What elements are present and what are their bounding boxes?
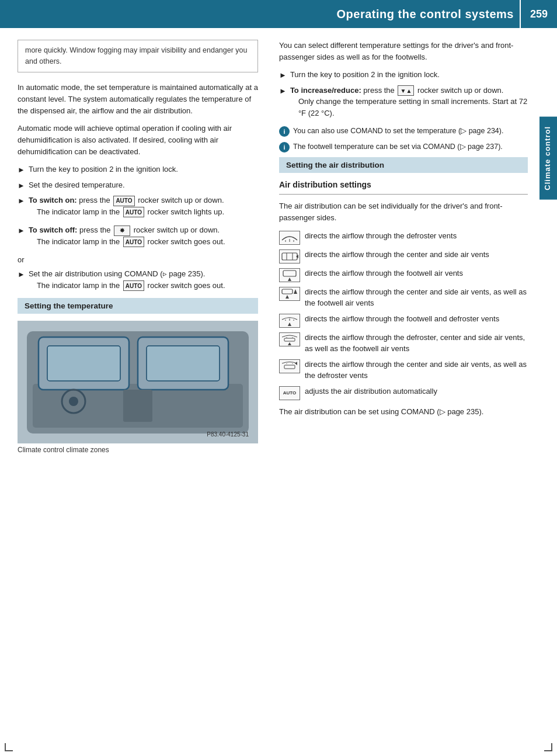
- header-bar: Operating the control systems 259: [0, 0, 557, 28]
- switch-on-bold: To switch on:: [29, 196, 77, 204]
- svg-marker-33: [295, 362, 297, 365]
- right-bullet-text-1: Turn the key to position 2 in the igniti…: [290, 69, 528, 81]
- air-item-6: directs the airflow through the defroste…: [279, 332, 528, 355]
- info-text-2: The footwell temperature can be set via …: [293, 141, 503, 152]
- section-air-heading: Setting the air distribution: [279, 157, 528, 173]
- bullet-arrow-1: ►: [18, 164, 25, 176]
- right-bullet-2: ► To increase/reduce: press the ▼▲ rocke…: [279, 85, 528, 123]
- image-placeholder: P83.40-4125-31: [18, 321, 258, 443]
- svg-rect-17: [283, 271, 296, 276]
- air-item-3: directs the airflow through the footwell…: [279, 268, 528, 282]
- air-icon-2: [279, 249, 300, 263]
- car-interior-svg: P83.40-4125-31: [21, 325, 255, 439]
- footwell-icon: [281, 269, 298, 281]
- air-footer: The air distribution can be set using CO…: [279, 406, 528, 418]
- snowflake-badge: ✸: [114, 226, 130, 236]
- right-bullet-text-2: To increase/reduce: press the ▼▲ rocker …: [290, 85, 528, 123]
- air-item-5: directs the airflow through the footwell…: [279, 313, 528, 328]
- svg-marker-25: [288, 322, 291, 326]
- air-icon-1: [279, 231, 300, 245]
- center-defroster-icon: [281, 360, 298, 372]
- air-text-2: directs the airflow through the center a…: [305, 249, 489, 261]
- auto-badge-2: AUTO: [123, 207, 144, 217]
- svg-marker-29: [288, 342, 291, 345]
- air-item-1: directs the airflow through the defroste…: [279, 230, 528, 245]
- svg-marker-18: [288, 278, 291, 281]
- content-area: more quickly. Window fogging may impair …: [0, 28, 557, 475]
- bullet-item-switch-on: ► To switch on: press the AUTO rocker sw…: [18, 195, 258, 221]
- bullet-text-3: To switch on: press the AUTO rocker swit…: [29, 195, 258, 221]
- svg-rect-13: [282, 253, 297, 260]
- air-icon-5: [279, 314, 300, 328]
- bullet-item-switch-off: ► To switch off: press the ✸ rocker swit…: [18, 224, 258, 251]
- air-text-7: directs the airflow through the center a…: [305, 359, 528, 382]
- section-temp-heading: Setting the temperature: [18, 298, 258, 314]
- right-arrow-1: ►: [279, 70, 287, 81]
- center-footwell-icon: [281, 288, 298, 300]
- header-title-area: Operating the control systems: [0, 8, 520, 21]
- bullet-text-2: Set the desired temperature.: [29, 179, 258, 191]
- air-icon-7: [279, 359, 300, 373]
- svg-text:P83.40-4125-31: P83.40-4125-31: [207, 431, 249, 438]
- right-column: You can select different temperature set…: [269, 40, 557, 463]
- right-bullet-list: ► Turn the key to position 2 in the igni…: [279, 69, 528, 122]
- all-vents-icon: [281, 334, 298, 345]
- bullet-text-1: Turn the key to position 2 in the igniti…: [29, 164, 258, 175]
- air-item-auto: AUTO adjusts the air distribution automa…: [279, 386, 528, 400]
- page-title: Operating the control systems: [337, 8, 514, 21]
- info-icon-1: i: [279, 126, 290, 137]
- center-vent-icon: [281, 251, 298, 262]
- switch-on-subtext: The indicator lamp in the AUTO rocker sw…: [37, 206, 258, 218]
- air-sub-heading: Air distribution settings: [279, 180, 528, 189]
- air-text-6: directs the airflow through the defroste…: [305, 332, 528, 355]
- air-icon-auto: AUTO: [279, 386, 300, 400]
- intro-para-1: In automatic mode, the set temperature i…: [18, 82, 258, 117]
- final-bullet-list: ► Set the air distribution using COMAND …: [18, 268, 258, 294]
- svg-marker-20: [294, 289, 297, 294]
- comand-subtext: The indicator lamp in the AUTO rocker sw…: [37, 280, 258, 292]
- left-column: more quickly. Window fogging may impair …: [0, 40, 269, 463]
- bullet-text-5: Set the air distribution using COMAND (▹…: [29, 268, 258, 294]
- info-text-1: You can also use COMAND to set the tempe…: [293, 126, 503, 137]
- svg-rect-19: [282, 289, 293, 294]
- bullet-text-4: To switch off: press the ✸ rocker switch…: [29, 224, 258, 251]
- info-icon-2: i: [279, 142, 290, 152]
- bullet-item-comand: ► Set the air distribution using COMAND …: [18, 268, 258, 294]
- air-icon-6: [279, 332, 300, 346]
- corner-mark-br: [544, 743, 552, 751]
- bullet-arrow-2: ►: [18, 180, 25, 192]
- air-intro: The air distribution can be set individu…: [279, 200, 528, 224]
- info-note-1: i You can also use COMAND to set the tem…: [279, 126, 528, 137]
- air-icon-3: [279, 268, 300, 282]
- air-item-2: directs the airflow through the center a…: [279, 249, 528, 263]
- svg-rect-32: [284, 365, 295, 369]
- or-text: or: [18, 254, 258, 266]
- right-intro: You can select different temperature set…: [279, 40, 528, 63]
- air-text-1: directs the airflow through the defroste…: [305, 230, 457, 242]
- bullet-arrow-5: ►: [18, 269, 25, 280]
- side-tab-label: Climate control: [539, 117, 557, 200]
- bullet-item-key: ► Turn the key to position 2 in the igni…: [18, 164, 258, 176]
- increase-subtext: Only change the temperature setting in s…: [298, 96, 528, 119]
- right-bullet-1: ► Turn the key to position 2 in the igni…: [279, 69, 528, 81]
- switch-off-bold: To switch off:: [29, 226, 78, 234]
- air-separator: [279, 194, 528, 195]
- air-text-5: directs the airflow through the footwell…: [305, 313, 499, 325]
- auto-badge-4: AUTO: [123, 280, 144, 291]
- temp-badge: ▼▲: [398, 85, 414, 96]
- bullet-item-temp: ► Set the desired temperature.: [18, 179, 258, 192]
- auto-badge-1: AUTO: [113, 196, 134, 206]
- footwell-defroster-icon: [281, 315, 298, 327]
- air-text-3: directs the airflow through the footwell…: [305, 268, 463, 279]
- intro-para-2: Automatic mode will achieve optimal oper…: [18, 123, 258, 158]
- air-dist-list: directs the airflow through the defroste…: [279, 230, 528, 400]
- climate-zones-image: P83.40-4125-31: [18, 321, 258, 443]
- air-item-7: directs the airflow through the center a…: [279, 359, 528, 382]
- warning-text: more quickly. Window fogging may impair …: [25, 46, 248, 65]
- increase-bold: To increase/reduce:: [290, 86, 361, 95]
- defroster-icon: [281, 232, 298, 244]
- svg-rect-28: [284, 338, 295, 341]
- air-item-4: directs the airflow through the center a…: [279, 286, 528, 309]
- svg-rect-4: [47, 346, 120, 381]
- info-note-2: i The footwell temperature can be set vi…: [279, 141, 528, 152]
